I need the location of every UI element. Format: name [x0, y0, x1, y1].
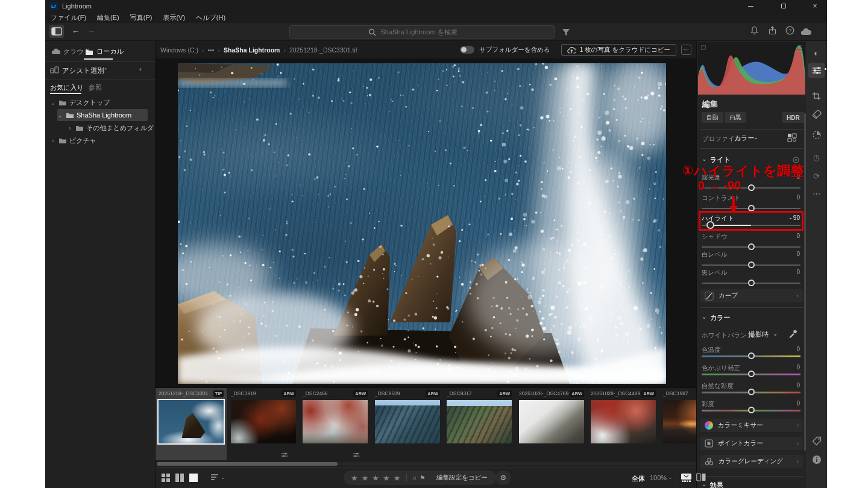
profile-browser-button[interactable]: [787, 133, 797, 145]
more-options-button[interactable]: ⋯: [681, 45, 691, 55]
slider-knob[interactable]: [748, 280, 755, 286]
thumbnail[interactable]: [231, 400, 296, 443]
color-grading-row[interactable]: カラーグレーディング ‹: [700, 455, 803, 468]
slider-knob[interactable]: [748, 243, 755, 250]
light-section-header[interactable]: ライト: [710, 155, 731, 164]
chevron-down-icon[interactable]: ⌄: [753, 134, 758, 140]
chevron-down-icon[interactable]: ⌄: [773, 330, 778, 337]
star-rating-4[interactable]: ★: [383, 474, 391, 483]
slider-knob[interactable]: [748, 184, 755, 191]
copy-to-cloud-button[interactable]: 1 枚の写真 をクラウドにコピー: [561, 44, 676, 56]
cloud-sync-button[interactable]: [800, 27, 811, 38]
sort-button[interactable]: ⌄: [211, 474, 225, 481]
thumbnail[interactable]: [447, 400, 512, 443]
filmstrip-item[interactable]: 20251218-_DSC3301TIF: [156, 388, 227, 460]
slider-knob[interactable]: [748, 371, 755, 377]
back-button[interactable]: ←: [72, 26, 80, 35]
highlights-slider[interactable]: [702, 225, 800, 226]
keywords-button[interactable]: [806, 436, 827, 446]
slider-knob[interactable]: [748, 389, 755, 395]
thumbnail[interactable]: [303, 400, 368, 443]
slider-knob[interactable]: [706, 221, 714, 229]
thumbnail[interactable]: [375, 400, 440, 443]
filmstrip-item[interactable]: _DSC9317ARW: [444, 388, 515, 460]
profile-value[interactable]: カラー: [734, 134, 755, 143]
healing-tool-button[interactable]: [806, 110, 827, 119]
grid-view-button[interactable]: [162, 474, 170, 484]
square-view-button[interactable]: [175, 474, 184, 484]
breadcrumb-root[interactable]: Windows (C:): [160, 46, 198, 54]
filmstrip-scrollbar[interactable]: [156, 462, 696, 466]
pick-flag-button[interactable]: ⚑: [420, 474, 426, 482]
main-photo[interactable]: [178, 63, 666, 384]
whites-slider[interactable]: [702, 264, 800, 266]
help-button[interactable]: ?: [785, 26, 794, 37]
slider-knob[interactable]: [748, 205, 755, 211]
tree-item-shasha[interactable]: ⌄ ShaSha Lightroom: [57, 109, 148, 121]
forward-button[interactable]: →: [87, 26, 95, 35]
filmstrip-scrollbar-thumb[interactable]: [157, 462, 338, 466]
minimize-button[interactable]: [738, 0, 763, 12]
maximize-button[interactable]: [772, 0, 796, 12]
tab-local[interactable]: ローカル: [85, 47, 124, 56]
masking-tool-button[interactable]: [806, 130, 827, 140]
filmstrip-item[interactable]: _DSC9509ARW: [372, 388, 443, 460]
menu-help[interactable]: ヘルプ(H): [196, 13, 225, 22]
sidebar-toggle-button[interactable]: [49, 25, 64, 38]
curve-row[interactable]: カーブ ‹: [700, 289, 803, 302]
include-subfolders-toggle[interactable]: [460, 46, 474, 54]
filmstrip-item[interactable]: 20251028-_DSC4769ARW: [516, 388, 587, 460]
chevron-right-icon[interactable]: ›: [67, 125, 73, 131]
hdr-button[interactable]: HDR: [782, 112, 805, 123]
filmstrip-item[interactable]: _DSC1987: [660, 388, 696, 460]
chevron-down-icon[interactable]: ⌄: [50, 99, 56, 106]
breadcrumb-folder[interactable]: ShaSha Lightroom: [224, 46, 280, 54]
bw-button[interactable]: 白黒: [725, 112, 746, 123]
share-button[interactable]: [768, 26, 777, 37]
settings-gear-button[interactable]: ⚙: [495, 471, 511, 485]
slider-knob[interactable]: [748, 352, 755, 359]
menu-photo[interactable]: 写真(P): [130, 13, 153, 22]
info-button[interactable]: [806, 455, 827, 465]
color-mixer-row[interactable]: カラーミキサー ‹: [700, 419, 803, 432]
chevron-down-icon[interactable]: ⌄: [702, 155, 706, 162]
star-rating-2[interactable]: ★: [362, 474, 370, 483]
auto-button[interactable]: 自動: [702, 112, 723, 123]
effects-section-header[interactable]: 効果: [710, 481, 723, 488]
slider-knob[interactable]: [748, 407, 755, 413]
chevron-down-icon[interactable]: ⌄: [702, 313, 706, 320]
filter-button[interactable]: [562, 28, 570, 39]
tree-item-desktop[interactable]: ⌄ デスクトップ: [50, 96, 153, 108]
color-label-button[interactable]: ○: [412, 474, 417, 481]
zoom-value[interactable]: 100%: [650, 474, 667, 481]
filmstrip-toggle-button[interactable]: [681, 474, 691, 484]
vibrance-slider[interactable]: [702, 392, 800, 393]
edit-tool-button[interactable]: [808, 63, 825, 78]
before-after-button[interactable]: [696, 473, 706, 484]
close-button[interactable]: ×: [803, 0, 827, 12]
menu-edit[interactable]: 編集(E): [97, 13, 119, 22]
exposure-slider[interactable]: [702, 187, 800, 189]
zoom-mode-label[interactable]: 全体: [632, 474, 645, 483]
tab-favorites[interactable]: お気に入り: [50, 83, 84, 92]
light-visibility-icon[interactable]: [792, 155, 800, 166]
shadow-clipping-icon[interactable]: [701, 45, 706, 50]
sync-status-button[interactable]: ⟳: [806, 172, 827, 181]
breadcrumb-ellipsis[interactable]: •••: [208, 46, 215, 54]
star-rating-5[interactable]: ★: [394, 474, 401, 483]
chevron-right-icon[interactable]: ›: [50, 137, 56, 144]
menu-file[interactable]: ファイル(F): [51, 13, 86, 22]
sidebar-collapse-button[interactable]: ‹: [139, 65, 142, 74]
color-section-header[interactable]: カラー: [710, 313, 731, 322]
filmstrip-item[interactable]: _DSC2466ARW: [300, 388, 371, 460]
tab-browse[interactable]: 参照: [89, 83, 102, 92]
filmstrip-item[interactable]: _DSC3919ARW: [228, 388, 299, 460]
detail-view-button[interactable]: [189, 474, 198, 484]
tint-slider[interactable]: [702, 374, 800, 375]
tree-item-pictures[interactable]: › ピクチャ: [50, 134, 153, 146]
presets-button[interactable]: ◐: [806, 48, 827, 58]
highlight-clipping-icon[interactable]: [797, 45, 802, 50]
copy-edit-settings-button[interactable]: 編集設定をコピー: [428, 471, 496, 485]
star-rating-3[interactable]: ★: [372, 474, 380, 483]
more-tools-button[interactable]: ⋯: [806, 189, 827, 198]
